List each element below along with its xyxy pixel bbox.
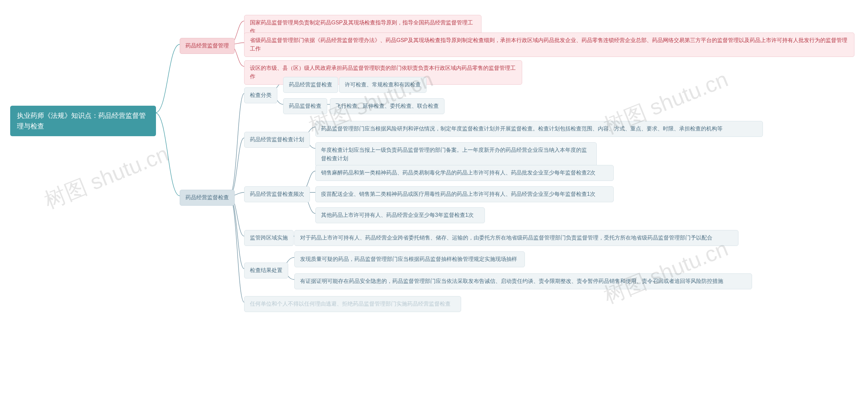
sub3-item-2: 其他药品上市许可持有人、药品经营企业至少每3年监督检查1次	[315, 207, 485, 223]
root-node[interactable]: 执业药师《法规》知识点：药品经营监督管理与检查	[10, 106, 156, 136]
branch2-note: 任何单位和个人不得以任何理由逃避、拒绝药品监督管理部门实施药品经营监督检查	[244, 296, 461, 312]
sub-classification[interactable]: 检查分类	[244, 87, 277, 103]
sub-cross-region[interactable]: 监管跨区域实施	[244, 230, 294, 246]
sub4-item-0: 对于药品上市许可持有人、药品经营企业跨省委托销售、储存、运输的，由委托方所在地省…	[294, 230, 738, 246]
branch-management[interactable]: 药品经营监督管理	[180, 38, 235, 54]
sub2-item-1: 年度检查计划应当报上一级负责药品监督管理的部门备案。上一年度新开办的药品经营企业…	[315, 142, 597, 167]
sub2-item-0: 药品监督管理部门应当根据风险研判和评估情况，制定年度监督检查计划并开展监督检查。…	[315, 121, 763, 137]
sub3-item-1: 疫苗配送企业、销售第二类精神药品或医疗用毒性药品的药品上市许可持有人、药品经营企…	[315, 186, 614, 202]
branch1-item-1: 省级药品监督管理部门依据《药品经营监督管理办法》、药品GSP及其现场检查指导原则…	[244, 33, 854, 57]
sub1-item0-label: 药品经营监督检查	[283, 77, 338, 93]
sub-frequency[interactable]: 药品经营监督检查频次	[244, 186, 310, 202]
sub5-item-0: 发现质量可疑的药品，药品监督管理部门应当根据药品监督抽样检验管理规定实施现场抽样	[294, 251, 525, 267]
branch-inspection[interactable]: 药品经营监督检查	[180, 190, 235, 206]
watermark: 树图 shutu.cn	[40, 139, 173, 216]
sub-plan[interactable]: 药品经营监督检查计划	[244, 132, 310, 148]
sub3-item-0: 销售麻醉药品和第一类精神药品、药品类易制毒化学品的药品上市许可持有人、药品批发企…	[315, 165, 614, 181]
sub-result[interactable]: 检查结果处置	[244, 263, 288, 278]
